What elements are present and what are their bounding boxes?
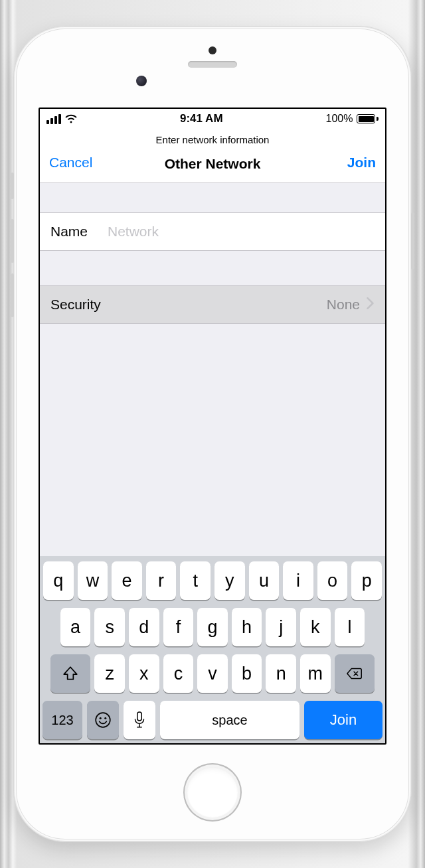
page-title: Other Network xyxy=(165,156,261,172)
status-time: 9:41 AM xyxy=(180,112,223,125)
svg-point-2 xyxy=(104,717,106,719)
home-button[interactable] xyxy=(183,763,242,822)
emoji-key[interactable] xyxy=(87,701,119,739)
name-cell[interactable]: Name xyxy=(40,212,385,251)
front-camera xyxy=(136,76,147,86)
network-name-input[interactable] xyxy=(108,224,375,240)
mute-switch[interactable] xyxy=(11,173,14,199)
key-a[interactable]: a xyxy=(60,608,91,646)
security-cell[interactable]: Security None xyxy=(40,285,385,324)
cell-signal-icon xyxy=(46,114,61,124)
cancel-button[interactable]: Cancel xyxy=(49,155,92,171)
space-key[interactable]: space xyxy=(160,701,299,739)
svg-point-0 xyxy=(96,713,110,727)
keyboard: qwertyuiop asdfghjkl zxcvbnm 123 xyxy=(40,556,385,743)
power-button[interactable] xyxy=(411,212,414,269)
section-spacer xyxy=(40,183,385,212)
key-r[interactable]: r xyxy=(146,561,177,600)
key-l[interactable]: l xyxy=(335,608,365,646)
volume-up-button[interactable] xyxy=(11,219,14,263)
proximity-sensor xyxy=(209,46,216,54)
key-e[interactable]: e xyxy=(112,561,142,600)
key-o[interactable]: o xyxy=(317,561,348,600)
status-bar: 9:41 AM 100% xyxy=(40,109,385,129)
name-label: Name xyxy=(50,224,108,240)
keyboard-row-4: 123 space Join xyxy=(42,701,382,739)
backspace-key[interactable] xyxy=(335,654,375,693)
key-b[interactable]: b xyxy=(232,654,262,693)
section-spacer xyxy=(40,251,385,285)
key-w[interactable]: w xyxy=(78,561,108,600)
screen: 9:41 AM 100% Enter network information C… xyxy=(39,108,386,745)
key-i[interactable]: i xyxy=(283,561,313,600)
volume-down-button[interactable] xyxy=(11,273,14,317)
battery-icon xyxy=(357,114,379,123)
key-k[interactable]: k xyxy=(300,608,331,646)
key-m[interactable]: m xyxy=(300,654,331,693)
chevron-right-icon xyxy=(367,297,375,312)
header-subtitle: Enter network information xyxy=(40,131,385,155)
key-g[interactable]: g xyxy=(197,608,228,646)
key-q[interactable]: q xyxy=(43,561,74,600)
key-d[interactable]: d xyxy=(129,608,159,646)
key-z[interactable]: z xyxy=(94,654,125,693)
security-value: None xyxy=(327,297,360,313)
key-t[interactable]: t xyxy=(180,561,211,600)
keyboard-join-key[interactable]: Join xyxy=(304,701,382,739)
key-v[interactable]: v xyxy=(197,654,228,693)
key-y[interactable]: y xyxy=(214,561,245,600)
svg-rect-3 xyxy=(137,712,142,721)
key-x[interactable]: x xyxy=(129,654,159,693)
key-j[interactable]: j xyxy=(266,608,296,646)
join-button[interactable]: Join xyxy=(347,155,376,171)
shift-key[interactable] xyxy=(50,654,90,693)
svg-point-1 xyxy=(100,717,102,719)
key-c[interactable]: c xyxy=(163,654,194,693)
numbers-key[interactable]: 123 xyxy=(42,701,82,739)
keyboard-row-3: zxcvbnm xyxy=(42,654,382,693)
security-label: Security xyxy=(50,297,108,313)
wifi-icon xyxy=(65,114,77,123)
key-f[interactable]: f xyxy=(163,608,194,646)
keyboard-row-2: asdfghjkl xyxy=(42,608,382,646)
key-n[interactable]: n xyxy=(266,654,296,693)
nav-header: Enter network information Cancel Other N… xyxy=(40,129,385,183)
key-p[interactable]: p xyxy=(351,561,382,600)
phone-frame: 9:41 AM 100% Enter network information C… xyxy=(13,26,412,842)
key-s[interactable]: s xyxy=(94,608,125,646)
content-fill xyxy=(40,324,385,556)
earpiece-speaker xyxy=(188,61,237,68)
key-u[interactable]: u xyxy=(249,561,280,600)
keyboard-row-1: qwertyuiop xyxy=(42,561,382,600)
key-h[interactable]: h xyxy=(232,608,262,646)
battery-percent: 100% xyxy=(326,113,353,125)
dictation-key[interactable] xyxy=(124,701,155,739)
